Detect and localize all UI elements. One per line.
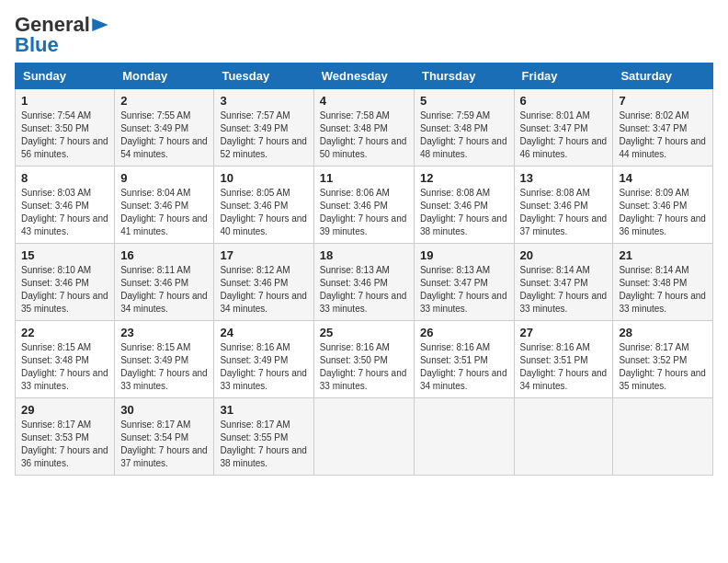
calendar-cell: 28Sunrise: 8:17 AMSunset: 3:52 PMDayligh…	[613, 321, 713, 398]
page-header: General Blue	[15, 15, 713, 55]
calendar-cell: 12Sunrise: 8:08 AMSunset: 3:46 PMDayligh…	[414, 167, 514, 244]
logo: General Blue	[15, 15, 108, 55]
calendar-week-row: 1Sunrise: 7:54 AMSunset: 3:50 PMDaylight…	[16, 89, 713, 167]
calendar-cell: 19Sunrise: 8:13 AMSunset: 3:47 PMDayligh…	[414, 244, 514, 321]
day-detail: Sunrise: 7:59 AMSunset: 3:48 PMDaylight:…	[420, 109, 508, 161]
day-detail: Sunrise: 8:02 AMSunset: 3:47 PMDaylight:…	[619, 109, 707, 161]
day-number: 13	[520, 171, 608, 185]
day-detail: Sunrise: 8:17 AMSunset: 3:54 PMDaylight:…	[120, 419, 208, 470]
day-number: 5	[420, 94, 508, 108]
calendar-cell: 5Sunrise: 7:59 AMSunset: 3:48 PMDaylight…	[414, 89, 514, 167]
calendar-cell: 18Sunrise: 8:13 AMSunset: 3:46 PMDayligh…	[313, 244, 414, 321]
calendar-cell: 24Sunrise: 8:16 AMSunset: 3:49 PMDayligh…	[214, 321, 313, 398]
calendar-cell: 1Sunrise: 7:54 AMSunset: 3:50 PMDaylight…	[16, 89, 115, 167]
calendar-cell: 14Sunrise: 8:09 AMSunset: 3:46 PMDayligh…	[613, 167, 713, 244]
day-number: 26	[420, 326, 508, 339]
day-detail: Sunrise: 8:08 AMSunset: 3:46 PMDaylight:…	[520, 187, 608, 238]
calendar-cell: 17Sunrise: 8:12 AMSunset: 3:46 PMDayligh…	[214, 244, 313, 321]
day-number: 18	[320, 248, 408, 262]
day-detail: Sunrise: 8:09 AMSunset: 3:46 PMDaylight:…	[619, 187, 707, 238]
day-detail: Sunrise: 8:16 AMSunset: 3:51 PMDaylight:…	[520, 341, 608, 393]
calendar-cell: 31Sunrise: 8:17 AMSunset: 3:55 PMDayligh…	[214, 398, 313, 476]
calendar-cell: 13Sunrise: 8:08 AMSunset: 3:46 PMDayligh…	[514, 167, 613, 244]
day-detail: Sunrise: 8:06 AMSunset: 3:46 PMDaylight:…	[320, 187, 408, 238]
day-number: 3	[220, 94, 307, 108]
day-number: 17	[220, 248, 307, 262]
day-number: 25	[320, 326, 408, 339]
day-detail: Sunrise: 8:01 AMSunset: 3:47 PMDaylight:…	[520, 109, 608, 161]
day-number: 24	[220, 326, 307, 339]
day-detail: Sunrise: 8:15 AMSunset: 3:48 PMDaylight:…	[21, 341, 108, 393]
day-detail: Sunrise: 8:03 AMSunset: 3:46 PMDaylight:…	[21, 187, 108, 238]
day-number: 12	[420, 171, 508, 185]
day-number: 20	[520, 248, 608, 262]
calendar-week-row: 8Sunrise: 8:03 AMSunset: 3:46 PMDaylight…	[16, 167, 713, 244]
day-number: 11	[320, 171, 408, 185]
day-number: 21	[619, 248, 707, 262]
calendar-header-monday: Monday	[115, 63, 214, 89]
day-number: 30	[120, 403, 208, 417]
day-detail: Sunrise: 8:15 AMSunset: 3:49 PMDaylight:…	[120, 341, 208, 393]
calendar-cell: 27Sunrise: 8:16 AMSunset: 3:51 PMDayligh…	[514, 321, 613, 398]
calendar-cell	[414, 398, 514, 476]
day-number: 23	[120, 326, 208, 339]
day-number: 27	[520, 326, 608, 339]
calendar-cell: 15Sunrise: 8:10 AMSunset: 3:46 PMDayligh…	[16, 244, 115, 321]
logo-blue-text: Blue	[15, 33, 59, 56]
calendar-table: SundayMondayTuesdayWednesdayThursdayFrid…	[15, 63, 713, 476]
day-detail: Sunrise: 8:10 AMSunset: 3:46 PMDaylight:…	[21, 264, 108, 316]
calendar-week-row: 15Sunrise: 8:10 AMSunset: 3:46 PMDayligh…	[16, 244, 713, 321]
day-detail: Sunrise: 7:57 AMSunset: 3:49 PMDaylight:…	[220, 109, 307, 161]
logo-arrow-icon	[92, 18, 108, 31]
day-detail: Sunrise: 8:14 AMSunset: 3:48 PMDaylight:…	[619, 264, 707, 316]
day-number: 16	[120, 248, 208, 262]
calendar-cell: 29Sunrise: 8:17 AMSunset: 3:53 PMDayligh…	[16, 398, 115, 476]
calendar-cell: 16Sunrise: 8:11 AMSunset: 3:46 PMDayligh…	[115, 244, 214, 321]
calendar-header-wednesday: Wednesday	[313, 63, 414, 89]
calendar-cell: 30Sunrise: 8:17 AMSunset: 3:54 PMDayligh…	[115, 398, 214, 476]
svg-marker-0	[92, 18, 108, 31]
calendar-cell: 26Sunrise: 8:16 AMSunset: 3:51 PMDayligh…	[414, 321, 514, 398]
day-number: 9	[120, 171, 208, 185]
calendar-cell: 23Sunrise: 8:15 AMSunset: 3:49 PMDayligh…	[115, 321, 214, 398]
day-detail: Sunrise: 8:04 AMSunset: 3:46 PMDaylight:…	[120, 187, 208, 238]
calendar-cell: 11Sunrise: 8:06 AMSunset: 3:46 PMDayligh…	[313, 167, 414, 244]
day-detail: Sunrise: 7:58 AMSunset: 3:48 PMDaylight:…	[320, 109, 408, 161]
day-number: 7	[619, 94, 707, 108]
day-number: 2	[120, 94, 208, 108]
calendar-cell	[514, 398, 613, 476]
calendar-week-row: 29Sunrise: 8:17 AMSunset: 3:53 PMDayligh…	[16, 398, 713, 476]
day-detail: Sunrise: 8:16 AMSunset: 3:50 PMDaylight:…	[320, 341, 408, 393]
day-detail: Sunrise: 8:13 AMSunset: 3:47 PMDaylight:…	[420, 264, 508, 316]
day-number: 10	[220, 171, 307, 185]
calendar-cell: 4Sunrise: 7:58 AMSunset: 3:48 PMDaylight…	[313, 89, 414, 167]
day-detail: Sunrise: 8:16 AMSunset: 3:49 PMDaylight:…	[220, 341, 307, 393]
calendar-header-saturday: Saturday	[613, 63, 713, 89]
calendar-cell: 2Sunrise: 7:55 AMSunset: 3:49 PMDaylight…	[115, 89, 214, 167]
day-detail: Sunrise: 7:55 AMSunset: 3:49 PMDaylight:…	[120, 109, 208, 161]
day-detail: Sunrise: 8:14 AMSunset: 3:47 PMDaylight:…	[520, 264, 608, 316]
day-detail: Sunrise: 7:54 AMSunset: 3:50 PMDaylight:…	[21, 109, 108, 161]
calendar-cell: 21Sunrise: 8:14 AMSunset: 3:48 PMDayligh…	[613, 244, 713, 321]
calendar-cell: 6Sunrise: 8:01 AMSunset: 3:47 PMDaylight…	[514, 89, 613, 167]
calendar-header-tuesday: Tuesday	[214, 63, 313, 89]
day-detail: Sunrise: 8:05 AMSunset: 3:46 PMDaylight:…	[220, 187, 307, 238]
day-number: 4	[320, 94, 408, 108]
day-detail: Sunrise: 8:17 AMSunset: 3:53 PMDaylight:…	[21, 419, 108, 470]
calendar-header-row: SundayMondayTuesdayWednesdayThursdayFrid…	[16, 63, 713, 89]
calendar-cell: 8Sunrise: 8:03 AMSunset: 3:46 PMDaylight…	[16, 167, 115, 244]
logo-text: General	[15, 15, 90, 35]
day-detail: Sunrise: 8:12 AMSunset: 3:46 PMDaylight:…	[220, 264, 307, 316]
calendar-header-sunday: Sunday	[16, 63, 115, 89]
day-number: 28	[619, 326, 707, 339]
day-number: 1	[21, 94, 108, 108]
calendar-cell: 7Sunrise: 8:02 AMSunset: 3:47 PMDaylight…	[613, 89, 713, 167]
day-detail: Sunrise: 8:16 AMSunset: 3:51 PMDaylight:…	[420, 341, 508, 393]
day-detail: Sunrise: 8:17 AMSunset: 3:55 PMDaylight:…	[220, 419, 307, 470]
calendar-week-row: 22Sunrise: 8:15 AMSunset: 3:48 PMDayligh…	[16, 321, 713, 398]
day-detail: Sunrise: 8:13 AMSunset: 3:46 PMDaylight:…	[320, 264, 408, 316]
day-detail: Sunrise: 8:11 AMSunset: 3:46 PMDaylight:…	[120, 264, 208, 316]
day-number: 15	[21, 248, 108, 262]
day-number: 29	[21, 403, 108, 417]
day-number: 31	[220, 403, 307, 417]
